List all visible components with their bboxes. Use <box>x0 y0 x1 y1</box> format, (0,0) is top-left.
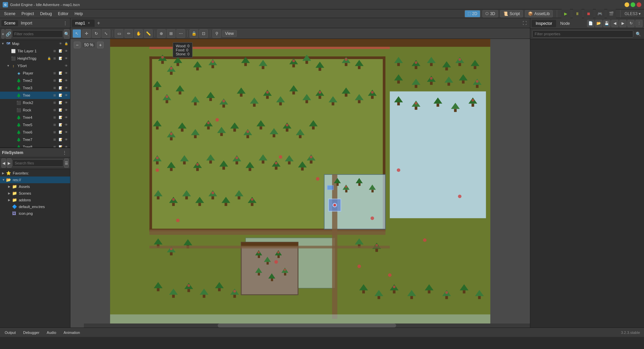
tree-node-rock[interactable]: ⬛ Rock ⊞ 📝 👁 <box>0 106 70 114</box>
tab-audio[interactable]: Audio <box>43 329 59 336</box>
s-t4[interactable]: 📝 <box>58 115 63 120</box>
g-t5[interactable]: ⊞ <box>52 122 57 128</box>
tree-node-player[interactable]: ◈ Player ⊞ 📝 👁 <box>0 69 70 77</box>
tree-node-heighttrigg[interactable]: ⬛ HeightTrigg 🔒 ⊞ 📝 👁 <box>0 55 70 62</box>
filesystem-search-input[interactable] <box>12 159 63 167</box>
vis-r2[interactable]: 👁 <box>63 100 69 105</box>
close-btn[interactable] <box>637 2 641 7</box>
visibility-icon-tile[interactable]: 👁 <box>63 48 69 54</box>
viewport-add-tab-btn[interactable]: + <box>95 19 103 27</box>
visibility-icon-map[interactable]: 👁 <box>58 41 63 46</box>
menu-debug[interactable]: Debug <box>37 11 54 17</box>
tool-snap[interactable]: ⚲ <box>212 29 221 38</box>
tool-paint[interactable]: ✏ <box>124 29 133 38</box>
inspector-open-script-btn[interactable]: 📂 <box>595 20 602 27</box>
zoom-out-btn[interactable]: − <box>74 42 80 48</box>
script-tree[interactable]: 📝 <box>58 93 63 98</box>
fs-layout-btn[interactable]: ☰ <box>64 158 69 168</box>
movie-maker-btn[interactable]: 🎬 <box>607 9 616 18</box>
tab-output[interactable]: Output <box>1 329 19 336</box>
tab-scene[interactable]: Scene <box>1 20 18 26</box>
fs-panel-menu-btn[interactable]: ⋮ <box>61 149 68 156</box>
s-t8[interactable]: 📝 <box>58 144 63 147</box>
tree-node-tile-layer-1[interactable]: ⬜ Tile Layer 1 ⊞ 📝 👁 <box>0 47 70 55</box>
s-t5[interactable]: 📝 <box>58 122 63 128</box>
tab-node[interactable]: Node <box>556 20 574 27</box>
script-icon-t2[interactable]: 📝 <box>58 78 63 83</box>
scene-panel-menu-btn[interactable]: ⋮ <box>61 19 69 27</box>
maximize-btn[interactable] <box>631 2 635 7</box>
script-r[interactable]: 📝 <box>58 107 63 113</box>
script-btn[interactable]: 📜 Script <box>500 10 523 17</box>
stop-btn[interactable]: ⏹ <box>584 9 593 18</box>
group-t3[interactable]: ⊞ <box>52 85 57 91</box>
fs-back-btn[interactable]: ◀ <box>1 158 6 168</box>
tree-node-map[interactable]: ▼ 🗺 Map 👁 🔒 <box>0 40 70 47</box>
menu-help[interactable]: Help <box>72 11 86 17</box>
mode-2d-btn[interactable]: ⬚ 2D <box>465 10 480 17</box>
instance-node-btn[interactable]: 🔗 <box>5 29 11 39</box>
fs-item-icon[interactable]: 🖼 icon.png <box>0 210 70 217</box>
g-t8[interactable]: ⊞ <box>52 144 57 147</box>
fs-item-addons[interactable]: ▶ 📁 addons <box>0 197 70 203</box>
debug-scene-btn[interactable]: 🎮 <box>595 9 605 18</box>
tool-scale[interactable]: ⤡ <box>102 29 110 38</box>
tree-node-tree8[interactable]: 🌲 Tree8 ⊞ 📝 👁 <box>0 143 70 147</box>
group-icon-player[interactable]: ⊞ <box>52 70 57 76</box>
viewport-tab-map1[interactable]: map1 × <box>72 19 95 27</box>
script-r2[interactable]: 📝 <box>58 100 63 105</box>
fs-item-assets[interactable]: ▶ 📁 Assets <box>0 183 70 190</box>
lock-icon-height[interactable]: 🔒 <box>46 56 52 61</box>
mode-3d-btn[interactable]: ⬡ 3D <box>482 10 498 17</box>
menu-project[interactable]: Project <box>19 11 37 17</box>
add-node-btn[interactable]: + <box>1 29 5 39</box>
canvas-area[interactable] <box>70 39 530 328</box>
search-nodes-btn[interactable]: 🔍 <box>64 29 70 39</box>
play-btn[interactable]: ▶ <box>561 9 571 18</box>
vis-t3[interactable]: 👁 <box>63 85 69 91</box>
tool-ruler[interactable]: 📏 <box>144 29 153 38</box>
pause-btn[interactable]: ⏸ <box>573 9 582 18</box>
minimize-btn[interactable] <box>625 2 629 7</box>
tree-node-ysort[interactable]: ▼ ↕ YSort 👁 <box>0 62 70 69</box>
group-r2[interactable]: ⊞ <box>52 100 57 105</box>
group-icon-tile[interactable]: ⊞ <box>52 48 57 54</box>
fs-item-default-env[interactable]: 🔷 default_env.tres <box>0 203 70 210</box>
s-t7[interactable]: 📝 <box>58 137 63 142</box>
group-icon-height[interactable]: ⊞ <box>52 56 57 61</box>
v-t8[interactable]: 👁 <box>63 144 69 147</box>
inspector-object-btn[interactable]: ↻ <box>627 20 635 27</box>
fs-forward-btn[interactable]: ▶ <box>7 158 11 168</box>
tool-pan[interactable]: ✋ <box>134 29 143 38</box>
inspector-search-btn[interactable]: 🔍 <box>635 30 642 38</box>
g-t7[interactable]: ⊞ <box>52 137 57 142</box>
group-r[interactable]: ⊞ <box>52 107 57 113</box>
visibility-icon-height[interactable]: 👁 <box>63 56 69 61</box>
tool-more[interactable]: ⋯ <box>176 29 185 38</box>
visibility-icon-ysort[interactable]: 👁 <box>63 63 69 68</box>
visibility-icon-t2[interactable]: 👁 <box>63 78 69 83</box>
tool-group[interactable]: ⊡ <box>199 29 208 38</box>
fs-item-favorites[interactable]: ▶ ⭐ Favorites: <box>0 170 70 177</box>
tab-import[interactable]: Import <box>18 20 35 26</box>
viewport-scrollbar-horizontal[interactable] <box>84 323 530 328</box>
tool-lock[interactable]: 🔒 <box>190 29 198 38</box>
tree-node-tree5[interactable]: 🌲 Tree5 ⊞ 📝 👁 <box>0 121 70 129</box>
group-tree[interactable]: ⊞ <box>52 93 57 98</box>
tree-node-rock2[interactable]: ⬛ Rock2 ⊞ 📝 👁 <box>0 99 70 106</box>
menu-scene[interactable]: Scene <box>1 11 18 17</box>
visibility-icon-player[interactable]: 👁 <box>63 70 69 76</box>
scrollbar-thumb[interactable] <box>218 323 396 328</box>
tree-node-tree6[interactable]: 🌲 Tree6 ⊞ 📝 👁 <box>0 129 70 136</box>
v-t7[interactable]: 👁 <box>63 137 69 142</box>
tool-rotate[interactable]: ↻ <box>92 29 101 38</box>
g-t4[interactable]: ⊞ <box>52 115 57 120</box>
script-icon-player[interactable]: 📝 <box>58 70 63 76</box>
inspector-search-input[interactable] <box>532 30 633 38</box>
inspector-history-fwd-btn[interactable]: ▶ <box>619 20 627 27</box>
tree-node-tree[interactable]: 🌲 Tree ⊞ 📝 👁 <box>0 92 70 99</box>
inspector-panel-options-btn[interactable]: ⋮ <box>635 20 643 27</box>
fs-item-scenes[interactable]: ▶ 📁 Scenes <box>0 190 70 197</box>
lock-icon-map[interactable]: 🔒 <box>63 41 69 46</box>
script-icon-tile[interactable]: 📝 <box>58 48 63 54</box>
